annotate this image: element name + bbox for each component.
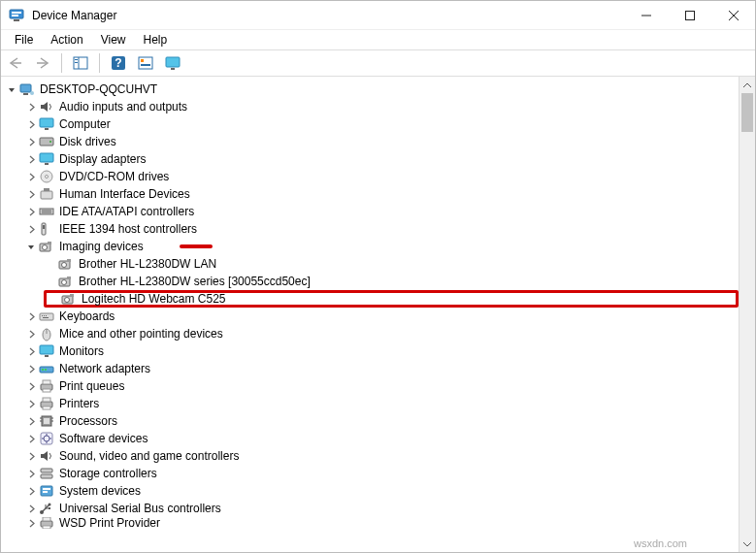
tree-item-label: Audio inputs and outputs [59, 100, 187, 114]
close-button[interactable] [711, 1, 755, 30]
camera-icon [57, 256, 75, 272]
tree-item-label: Storage controllers [59, 467, 157, 480]
device-tree[interactable]: DESKTOP-QQCUHVTAudio inputs and outputsC… [1, 77, 739, 552]
tree-item-label: Human Interface Devices [59, 187, 190, 201]
scroll-up-button[interactable] [740, 77, 755, 93]
svg-rect-2 [12, 15, 18, 16]
expand-icon[interactable] [24, 467, 38, 480]
tree-item-label: IDE ATA/ATAPI controllers [59, 205, 194, 218]
expand-icon[interactable] [24, 484, 38, 498]
expand-icon[interactable] [24, 517, 38, 529]
tree-root-computer[interactable]: DESKTOP-QQCUHVT [5, 81, 739, 98]
expand-icon[interactable] [24, 502, 38, 515]
show-hide-tree-button[interactable] [70, 52, 91, 74]
minimize-button[interactable] [624, 1, 668, 30]
tree-category[interactable]: IDE ATA/ATAPI controllers [24, 203, 739, 220]
back-button[interactable] [5, 52, 26, 74]
tree-item-label: Mice and other pointing devices [59, 327, 223, 341]
tree-device[interactable]: Brother HL-L2380DW series [30055ccd50ec] [44, 273, 739, 290]
expand-icon[interactable] [24, 414, 38, 428]
expand-icon[interactable] [24, 379, 38, 393]
expand-icon[interactable] [24, 170, 38, 183]
tree-category[interactable]: Universal Serial Bus controllers [24, 500, 739, 517]
tree-category[interactable]: WSD Print Provider [24, 517, 739, 529]
svg-rect-58 [40, 345, 53, 354]
expand-icon[interactable] [24, 135, 38, 148]
svg-rect-54 [46, 315, 47, 316]
tree-category[interactable]: Software devices [24, 430, 739, 447]
tree-category[interactable]: Display adapters [24, 150, 739, 168]
tree-category[interactable]: Monitors [24, 342, 739, 360]
menu-help[interactable]: Help [136, 31, 176, 49]
svg-rect-52 [42, 315, 43, 316]
computer-icon [18, 81, 36, 97]
expand-icon[interactable] [24, 432, 38, 445]
expand-icon[interactable] [24, 309, 38, 323]
collapse-icon[interactable] [5, 82, 18, 96]
collapse-icon[interactable] [24, 240, 38, 253]
tree-category[interactable]: Printers [24, 395, 739, 412]
tree-item-label: Monitors [59, 344, 104, 358]
svg-rect-32 [41, 191, 52, 199]
help-button[interactable]: ? [108, 52, 129, 74]
tree-category[interactable]: Storage controllers [24, 465, 739, 482]
expand-icon[interactable] [24, 449, 38, 463]
expand-icon[interactable] [24, 344, 38, 358]
tree-category[interactable]: Mice and other pointing devices [24, 325, 739, 342]
svg-point-31 [46, 176, 49, 179]
svg-rect-70 [44, 418, 49, 424]
tree-category[interactable]: Processors [24, 412, 739, 430]
svg-rect-64 [43, 380, 50, 384]
scroll-down-button[interactable] [740, 536, 755, 552]
tree-device[interactable]: Logitech HD Webcam C525 [44, 290, 739, 308]
tree-category[interactable]: DVD/CD-ROM drives [24, 168, 739, 185]
tree-item-label: Printers [59, 397, 99, 410]
scrollbar-thumb[interactable] [741, 93, 753, 132]
tree-category[interactable]: System devices [24, 482, 739, 500]
expand-icon[interactable] [24, 327, 38, 341]
maximize-button[interactable] [668, 1, 711, 30]
tree-item-label: WSD Print Provider [59, 517, 160, 529]
svg-rect-67 [43, 398, 50, 402]
tree-category[interactable]: Network adapters [24, 360, 739, 377]
svg-point-43 [62, 263, 67, 268]
tree-item-label: DVD/CD-ROM drives [59, 170, 169, 183]
menu-file[interactable]: File [7, 31, 41, 49]
svg-point-23 [30, 91, 34, 95]
expand-icon[interactable] [24, 152, 38, 166]
expand-icon[interactable] [24, 362, 38, 375]
annotation-strike [180, 244, 213, 248]
expand-icon[interactable] [24, 117, 38, 131]
tree-category[interactable]: IEEE 1394 host controllers [24, 220, 739, 238]
vertical-scrollbar[interactable] [739, 77, 755, 552]
expand-icon[interactable] [24, 100, 38, 114]
svg-rect-28 [40, 153, 53, 162]
svg-rect-50 [70, 294, 74, 297]
tree-category[interactable]: Keyboards [24, 308, 739, 325]
tree-category[interactable]: Audio inputs and outputs [24, 98, 739, 115]
expand-icon[interactable] [24, 397, 38, 410]
forward-button[interactable] [32, 52, 53, 74]
tree-category[interactable]: Sound, video and game controllers [24, 447, 739, 465]
tree-category[interactable]: Disk drives [24, 133, 739, 150]
titlebar[interactable]: Device Manager [1, 1, 755, 30]
firewire-icon [38, 221, 55, 237]
tree-item-label: Imaging devices [59, 240, 144, 253]
expand-icon[interactable] [24, 222, 38, 236]
tree-item-label: Sound, video and game controllers [59, 449, 239, 463]
expand-icon[interactable] [24, 205, 38, 218]
keyboard-icon [38, 309, 55, 324]
svg-point-61 [42, 369, 44, 371]
tree-category[interactable]: Human Interface Devices [24, 185, 739, 203]
tree-category[interactable]: Print queues [24, 377, 739, 395]
tree-item-label: Disk drives [59, 135, 116, 148]
tree-category[interactable]: Computer [24, 115, 739, 133]
svg-rect-18 [141, 64, 150, 66]
expand-icon[interactable] [24, 187, 38, 201]
tree-category[interactable]: Imaging devices [24, 238, 739, 255]
menu-view[interactable]: View [93, 31, 134, 49]
monitor-view-button[interactable] [162, 52, 183, 74]
tree-device[interactable]: Brother HL-L2380DW LAN [44, 255, 739, 273]
scan-hardware-button[interactable] [135, 52, 156, 74]
menu-action[interactable]: Action [43, 31, 90, 49]
